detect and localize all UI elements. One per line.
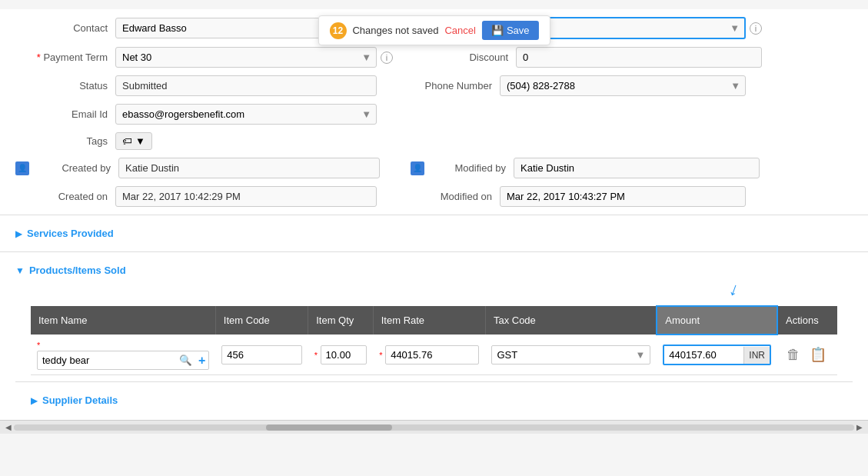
tax-code-select-wrap[interactable]: ▼ [491, 345, 650, 364]
status-input[interactable] [115, 75, 377, 96]
tax-code-dropdown-arrow[interactable]: ▼ [630, 349, 650, 361]
email-label: Email Id [15, 108, 115, 120]
modified-on-input[interactable] [500, 186, 746, 207]
cell-tax-code: ▼ [485, 335, 657, 375]
tags-label: Tags [15, 135, 115, 147]
items-table: Item Name Item Code Item Qty Item Rate T… [31, 305, 837, 375]
products-link[interactable]: Products/Items Sold [29, 265, 126, 276]
item-code-input[interactable] [221, 345, 301, 364]
supplier-chevron[interactable]: ▶ [31, 395, 38, 406]
tags-button[interactable]: 🏷 ▼ [115, 132, 152, 150]
modified-on-section: Modified on [407, 186, 853, 207]
table-header-row: Item Name Item Code Item Qty Item Rate T… [31, 306, 837, 335]
header-actions: Actions [777, 306, 837, 335]
email-input-wrap[interactable]: ▼ [115, 104, 377, 125]
save-icon: 💾 [491, 25, 504, 36]
cell-item-name: * 🔍 + [31, 335, 215, 375]
toast-message: Changes not saved [352, 25, 438, 36]
modified-by-avatar: 👤 [411, 161, 424, 175]
payment-term-row: Payment Term ▼ i Discount [15, 47, 853, 68]
payment-term-input[interactable] [116, 48, 357, 67]
modified-on-label: Modified on [407, 191, 500, 202]
discount-input[interactable] [516, 47, 762, 68]
header-amount: Amount [657, 306, 777, 335]
created-by-label: Created by [34, 162, 118, 174]
delete-button[interactable]: 🗑 [783, 345, 803, 364]
item-name-add-button[interactable]: + [195, 352, 208, 369]
save-label: Save [507, 25, 530, 36]
cell-item-code [215, 335, 308, 375]
toast-notification: 12 Changes not saved Cancel 💾 Save [318, 15, 550, 45]
products-chevron[interactable]: ▼ [15, 265, 25, 276]
horizontal-scrollbar[interactable]: ◀ ▶ [0, 420, 868, 434]
item-name-search-button[interactable]: 🔍 [176, 353, 195, 368]
cell-amount: INR [657, 335, 777, 375]
item-name-input-wrap[interactable]: 🔍 + [37, 351, 209, 370]
tags-wrap: 🏷 ▼ [115, 132, 152, 150]
scroll-right-arrow[interactable]: ▶ [854, 423, 865, 431]
supplier-link[interactable]: Supplier Details [42, 394, 118, 406]
services-chevron[interactable]: ▶ [15, 228, 22, 239]
table-header: Item Name Item Code Item Qty Item Rate T… [31, 306, 837, 335]
phone-label: Phone Number [407, 80, 500, 92]
scrollbar-track[interactable] [14, 424, 854, 431]
tags-row: Tags 🏷 ▼ [15, 132, 853, 150]
services-section-header: ▶ Services Provided [0, 221, 868, 245]
created-by-input[interactable] [118, 158, 380, 178]
tags-dropdown-arrow: ▼ [135, 135, 145, 147]
header-item-qty: Item Qty [308, 306, 374, 335]
phone-section: Phone Number ▼ [407, 75, 853, 96]
header-tax-code: Tax Code [485, 306, 657, 335]
contact-label: Contact [15, 22, 115, 34]
item-qty-input[interactable] [321, 345, 367, 364]
scrollbar-thumb[interactable] [266, 424, 392, 431]
table-row: * 🔍 + * * [31, 335, 837, 375]
item-name-input[interactable] [38, 351, 176, 369]
scroll-left-arrow[interactable]: ◀ [3, 423, 14, 431]
created-on-input[interactable] [115, 186, 377, 207]
tag-icon: 🏷 [122, 135, 132, 147]
status-row: Status Phone Number ▼ [15, 75, 853, 96]
modified-by-label: Modified by [429, 162, 514, 174]
required-asterisk: * [37, 341, 40, 350]
item-rate-input[interactable] [385, 345, 479, 364]
items-table-wrap: ↓ Item Name Item Code Item Qty Item Rate… [0, 282, 868, 412]
created-on-label: Created on [15, 191, 115, 202]
phone-input[interactable] [501, 76, 726, 95]
email-dropdown-arrow[interactable]: ▼ [357, 108, 376, 120]
created-modified-row: 👤 Created by 👤 Modified by [15, 158, 853, 178]
amount-cell-wrap[interactable]: INR [663, 345, 771, 365]
created-by-avatar: 👤 [15, 161, 29, 175]
phone-dropdown-arrow[interactable]: ▼ [726, 80, 745, 92]
modified-by-input[interactable] [514, 158, 760, 178]
discount-label: Discount [424, 52, 516, 63]
amount-input[interactable] [664, 346, 743, 364]
discount-section: Discount [424, 47, 853, 68]
payment-term-info-icon[interactable]: i [381, 52, 393, 64]
copy-button[interactable]: 📋 [806, 345, 830, 364]
status-label: Status [15, 80, 115, 92]
rate-required-asterisk: * [379, 351, 382, 360]
save-button[interactable]: 💾 Save [482, 21, 539, 40]
cell-item-rate: * [373, 335, 485, 375]
divider-2 [0, 251, 868, 252]
header-item-code: Item Code [215, 306, 308, 335]
payment-term-dropdown-arrow[interactable]: ▼ [357, 52, 376, 63]
supplier-section-header: ▶ Supplier Details [15, 388, 853, 412]
dates-row: Created on Modified on [15, 186, 853, 207]
currency-dropdown-arrow[interactable]: ▼ [725, 22, 744, 34]
divider-1 [0, 215, 868, 215]
tax-code-input[interactable] [492, 346, 630, 364]
phone-input-wrap[interactable]: ▼ [500, 75, 746, 96]
header-item-rate: Item Rate [373, 306, 485, 335]
email-input[interactable] [116, 105, 357, 124]
table-body: * 🔍 + * * [31, 335, 837, 375]
header-item-name: Item Name [31, 306, 215, 335]
page-wrapper: 12 Changes not saved Cancel 💾 Save Conta… [0, 9, 868, 434]
currency-info-icon[interactable]: i [750, 22, 762, 35]
payment-term-input-wrap[interactable]: ▼ [115, 47, 377, 68]
divider-3 [15, 381, 853, 382]
amount-currency-label: INR [743, 347, 770, 364]
services-link[interactable]: Services Provided [27, 228, 114, 239]
cancel-link[interactable]: Cancel [444, 25, 475, 36]
